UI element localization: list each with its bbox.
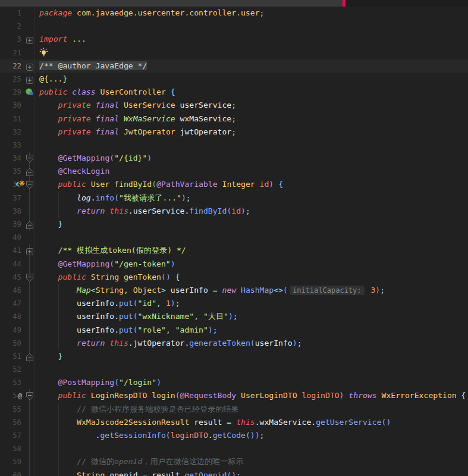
line-number[interactable]: 34 — [12, 152, 21, 165]
line-number[interactable]: 50 — [12, 337, 21, 350]
code-text[interactable]: private final UserService userService; — [35, 99, 468, 112]
code-line[interactable]: 41 /** 模拟生成token(假的登录) */ — [0, 244, 468, 257]
code-line[interactable]: 35 @CheckLogin — [0, 165, 468, 178]
code-text[interactable]: String openid = result.getOpenid(); — [35, 469, 468, 476]
gutter[interactable]: 30 — [0, 99, 35, 112]
code-line[interactable]: 47 userInfo.put("id", 1); — [0, 297, 468, 310]
code-line[interactable]: 39 } — [0, 218, 468, 231]
gutter[interactable]: 2 — [0, 20, 35, 33]
code-line[interactable]: 2 — [0, 20, 468, 33]
line-number[interactable]: 55 — [12, 403, 21, 416]
code-text[interactable] — [35, 20, 468, 33]
gutter[interactable]: 51 — [0, 350, 35, 363]
gutter[interactable]: 29 — [0, 86, 35, 99]
code-line[interactable]: 25@{...} — [0, 73, 468, 86]
line-number[interactable]: 49 — [12, 324, 21, 337]
fold-marker-plus[interactable] — [26, 62, 33, 70]
line-number[interactable]: 33 — [12, 139, 21, 152]
gutter[interactable]: 32 — [0, 126, 35, 139]
line-number[interactable]: 52 — [12, 363, 21, 376]
code-text[interactable]: userInfo.put("wxNickname", "大目"); — [35, 310, 468, 323]
code-line[interactable]: 57 .getSessionInfo(loginDTO.getCode()); — [0, 429, 468, 442]
code-text[interactable]: log.info("我被请求了..."); — [35, 192, 468, 205]
line-number[interactable]: 22 — [12, 60, 21, 73]
line-number[interactable]: 46 — [12, 284, 21, 297]
fold-marker-down[interactable] — [26, 392, 33, 400]
gutter[interactable]: 46 — [0, 284, 35, 297]
code-line[interactable]: 38 return this.userService.findById(id); — [0, 205, 468, 218]
gutter[interactable]: 49 — [0, 324, 35, 337]
gutter[interactable]: 58 — [0, 442, 35, 455]
code-text[interactable]: private final WxMaService wxMaService; — [35, 112, 468, 126]
code-text[interactable]: @{...} — [35, 73, 468, 86]
code-line[interactable]: 30 private final UserService userService… — [0, 99, 468, 112]
code-text[interactable]: /** @author JavaEdge */ — [35, 60, 468, 73]
line-number[interactable]: 38 — [12, 205, 21, 218]
code-line[interactable]: 40 — [0, 231, 468, 244]
gutter[interactable]: 47 — [0, 297, 35, 310]
code-line[interactable]: 31 private final WxMaService wxMaService… — [0, 112, 468, 126]
annotation-gutter-icon[interactable]: @ — [18, 390, 23, 401]
gutter[interactable]: 40 — [0, 231, 35, 244]
line-number[interactable]: 48 — [12, 310, 21, 323]
gutter[interactable]: 38 — [0, 205, 35, 218]
code-text[interactable]: return this.jwtOperator.generateToken(us… — [35, 337, 468, 350]
gutter[interactable]: 36 — [0, 178, 35, 191]
fold-marker-down[interactable] — [26, 180, 33, 189]
code-text[interactable]: // 微信的openId，用户在微信这边的唯一标示 — [35, 455, 468, 468]
gutter[interactable]: 3 — [0, 33, 35, 46]
fold-marker-up[interactable] — [26, 167, 33, 176]
code-line[interactable]: 52 — [0, 363, 468, 376]
line-number[interactable]: 41 — [12, 244, 21, 257]
code-text[interactable] — [35, 46, 468, 60]
code-line[interactable]: 53 @PostMapping("/login") — [0, 376, 468, 389]
line-number[interactable]: 35 — [12, 165, 21, 178]
code-line[interactable]: 1package com.javaedge.usercenter.control… — [0, 7, 468, 20]
code-line[interactable]: 51 } — [0, 350, 468, 363]
line-number[interactable]: 56 — [12, 416, 21, 429]
code-line[interactable]: 29public class UserController { — [0, 86, 468, 99]
code-text[interactable]: @GetMapping("/{id}") — [35, 152, 468, 165]
line-number[interactable]: 37 — [12, 192, 21, 205]
code-line[interactable]: 54@ public LoginRespDTO login(@RequestBo… — [0, 389, 468, 402]
code-text[interactable]: import ... — [35, 33, 468, 46]
code-text[interactable] — [35, 363, 468, 376]
gutter[interactable]: 22 — [0, 60, 35, 73]
line-number[interactable]: 30 — [12, 99, 21, 112]
code-line[interactable]: 56 WxMaJscode2SessionResult result = thi… — [0, 416, 468, 429]
code-text[interactable]: @CheckLogin — [35, 165, 468, 178]
line-number[interactable]: 45 — [12, 271, 21, 284]
line-number[interactable]: 51 — [12, 350, 21, 363]
gutter[interactable]: 56 — [0, 416, 35, 429]
code-line[interactable]: 34 @GetMapping("/{id}") — [0, 152, 468, 165]
line-number[interactable]: 40 — [12, 231, 21, 244]
code-text[interactable]: Map<String, Object> userInfo = new HashM… — [35, 284, 468, 297]
gutter[interactable]: 34 — [0, 152, 35, 165]
line-number[interactable]: 3 — [17, 33, 21, 46]
code-line[interactable]: 22/** @author JavaEdge */ — [0, 60, 468, 73]
line-number[interactable]: 57 — [12, 429, 21, 442]
gutter[interactable]: 52 — [0, 363, 35, 376]
code-text[interactable]: WxMaJscode2SessionResult result = this.w… — [35, 416, 468, 429]
code-text[interactable] — [35, 231, 468, 244]
line-number[interactable]: 1 — [17, 7, 21, 20]
code-line[interactable]: 48 userInfo.put("wxNickname", "大目"); — [0, 310, 468, 323]
line-number[interactable]: 21 — [12, 46, 21, 60]
code-text[interactable]: package com.javaedge.usercenter.controll… — [35, 7, 468, 20]
fold-marker-up[interactable] — [26, 352, 33, 361]
line-number[interactable]: 31 — [12, 112, 21, 126]
code-text[interactable]: private final JwtOperator jwtOperator; — [35, 126, 468, 139]
line-number[interactable]: 53 — [12, 376, 21, 389]
gutter[interactable]: 57 — [0, 429, 35, 442]
gutter[interactable]: 41 — [0, 244, 35, 257]
code-text[interactable]: public User findById(@PathVariable Integ… — [35, 178, 468, 191]
code-text[interactable]: return this.userService.findById(id); — [35, 205, 468, 218]
line-number[interactable]: 25 — [12, 73, 21, 86]
line-number[interactable]: 39 — [12, 218, 21, 231]
code-line[interactable]: 44 @GetMapping("/gen-token") — [0, 258, 468, 271]
code-text[interactable]: public class UserController { — [35, 86, 468, 99]
gutter[interactable]: 25 — [0, 73, 35, 86]
code-text[interactable]: public String genToken() { — [35, 271, 468, 284]
line-number[interactable]: 2 — [17, 20, 21, 33]
code-line[interactable]: 46 Map<String, Object> userInfo = new Ha… — [0, 284, 468, 297]
